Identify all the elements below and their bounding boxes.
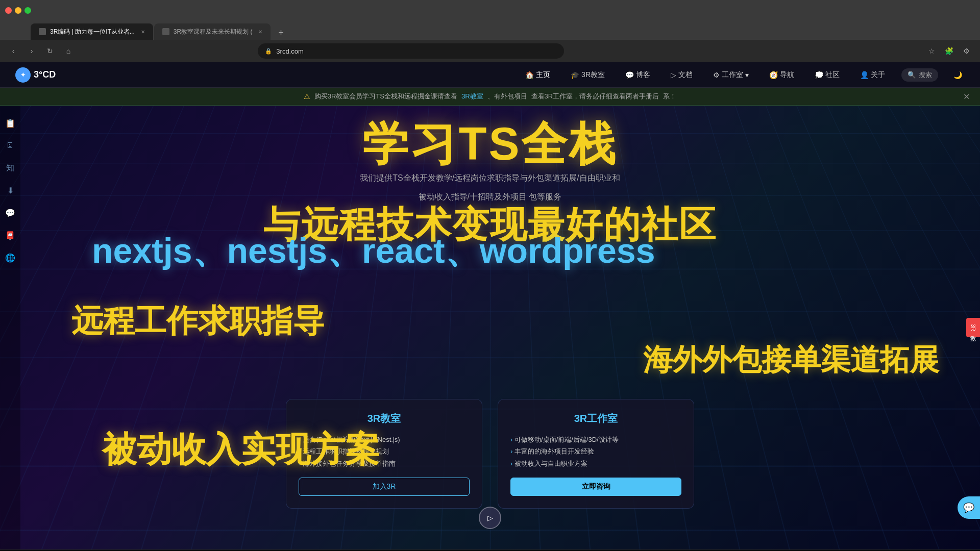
notification-banner: ⚠ 购买3R教室会员学习TS全栈和远程掘金课请查看 3R教室 、有外包项目 查看… bbox=[0, 88, 980, 106]
docs-icon: ▷ bbox=[671, 71, 676, 79]
studio-feature-2: 丰富的的海外项目开发经验 bbox=[510, 445, 681, 457]
notification-text3: 系！ bbox=[663, 92, 676, 101]
play-icon: ▷ bbox=[487, 514, 493, 522]
sidebar-icon-chat[interactable]: 💬 bbox=[3, 206, 17, 220]
site-navigation: ✦ 3°CD 🏠 主页 🎓 3R教室 💬 博客 ▷ 文档 ⚙ 工作室 ▾ 🧭 导… bbox=[0, 62, 980, 88]
nav-studio[interactable]: ⚙ 工作室 ▾ bbox=[709, 68, 753, 82]
studio-card-title: 3R工作室 bbox=[510, 412, 681, 425]
tabs-bar: 3R编码 | 助力每一位IT从业者... ✕ 3R教室课程及未来长期规划 ( ✕… bbox=[0, 20, 980, 40]
logo-text: 3°CD bbox=[34, 69, 56, 80]
consult-studio-button[interactable]: 立即咨询 bbox=[510, 478, 681, 496]
overlay-passive: 被动收入实现方案 bbox=[102, 427, 380, 473]
nav-about[interactable]: 👤 关于 bbox=[856, 68, 889, 82]
tab-active[interactable]: 3R编码 | 助力每一位IT从业者... ✕ bbox=[31, 23, 153, 40]
classroom-card-title: 3R教室 bbox=[299, 412, 470, 425]
nav-guide[interactable]: 🧭 导航 bbox=[765, 68, 798, 82]
about-icon: 👤 bbox=[860, 71, 869, 79]
float-classroom-button[interactable]: 3R教室 bbox=[966, 318, 980, 337]
search-bar[interactable]: 🔍 搜索 bbox=[901, 68, 938, 82]
hero-title-main: 学习TS全栈 bbox=[362, 121, 617, 167]
overlay-remote-work: 远程工作求职指导 bbox=[71, 299, 325, 342]
guide-icon: 🧭 bbox=[769, 71, 778, 79]
warning-icon: ⚠ bbox=[304, 92, 310, 101]
extensions-icon[interactable]: 🧩 bbox=[942, 44, 957, 58]
back-button[interactable]: ‹ bbox=[6, 44, 20, 58]
chat-icon: 💬 bbox=[963, 502, 974, 513]
overlay-overseas: 海外外包接单渠道拓展 bbox=[643, 340, 939, 380]
bookmark-icon[interactable]: ☆ bbox=[925, 44, 939, 58]
studio-feature-1: 可做移动/桌面/前端/后端/3D/设计等 bbox=[510, 434, 681, 445]
search-icon: 🔍 bbox=[908, 71, 916, 79]
settings-icon[interactable]: ⚙ bbox=[960, 44, 974, 58]
tab-label-1: 3R编码 | 助力每一位IT从业者... bbox=[50, 28, 135, 36]
title-bar bbox=[0, 0, 980, 20]
toolbar-right: ☆ 🧩 ⚙ bbox=[925, 44, 974, 58]
notification-text: 购买3R教室会员学习TS全栈和远程掘金课请查看 bbox=[314, 92, 457, 101]
new-tab-button[interactable]: + bbox=[274, 26, 288, 40]
main-content: 📋 🗓 知 ⬇ 💬 📮 🌐 学习TS全栈 我们提供TS全栈开发教学/远程岗位求职… bbox=[0, 106, 980, 549]
tab-inactive[interactable]: 3R教室课程及未来长期规划 ( ✕ bbox=[154, 23, 271, 40]
notification-close-button[interactable]: ✕ bbox=[963, 92, 970, 102]
url-text: 3rcd.com bbox=[276, 47, 303, 55]
tab-close-1[interactable]: ✕ bbox=[141, 29, 145, 35]
left-sidebar: 📋 🗓 知 ⬇ 💬 📮 🌐 bbox=[0, 106, 20, 549]
sidebar-icon-mail[interactable]: 📮 bbox=[3, 228, 17, 242]
join-classroom-button[interactable]: 加入3R bbox=[299, 478, 470, 496]
home-button[interactable]: ⌂ bbox=[61, 44, 76, 58]
studio-card: 3R工作室 可做移动/桌面/前端/后端/3D/设计等 丰富的的海外项目开发经验 … bbox=[498, 399, 694, 509]
refresh-button[interactable]: ↻ bbox=[43, 44, 57, 58]
notification-text-mid: 查看3R工作室，请务必仔细查看两者手册后 bbox=[531, 92, 659, 101]
overlay-tech-stack: nextjs、nestjs、react、wordpress bbox=[92, 228, 655, 274]
sidebar-icon-download[interactable]: ⬇ bbox=[3, 183, 17, 197]
sidebar-icon-knowledge[interactable]: 知 bbox=[3, 161, 17, 175]
address-bar: ‹ › ↻ ⌂ 🔒 3rcd.com ☆ 🧩 ⚙ bbox=[0, 40, 980, 62]
nav-classroom[interactable]: 🎓 3R教室 bbox=[567, 68, 609, 82]
studio-icon: ⚙ bbox=[713, 71, 720, 79]
nav-community[interactable]: 💭 社区 bbox=[811, 68, 844, 82]
community-icon: 💭 bbox=[815, 71, 823, 79]
notification-text2: 、有外包项目 bbox=[487, 92, 527, 101]
blog-icon: 💬 bbox=[625, 71, 634, 79]
studio-feature-3: 被动收入与自由职业方案 bbox=[510, 458, 681, 469]
play-button[interactable]: ▷ bbox=[479, 507, 501, 529]
tab-close-2[interactable]: ✕ bbox=[258, 29, 262, 35]
nav-links: 🏠 主页 🎓 3R教室 💬 博客 ▷ 文档 ⚙ 工作室 ▾ 🧭 导航 💭 社区 bbox=[521, 68, 965, 82]
forward-button[interactable]: › bbox=[24, 44, 39, 58]
tab-favicon-2 bbox=[162, 28, 169, 35]
minimize-window-button[interactable] bbox=[15, 7, 21, 14]
maximize-window-button[interactable] bbox=[24, 7, 31, 14]
hero-subtitle2: 被动收入指导/十招聘及外项目 包等服务 bbox=[419, 192, 562, 203]
tab-label-2: 3R教室课程及未来长期规划 ( bbox=[174, 28, 253, 36]
lock-icon: 🔒 bbox=[265, 48, 272, 55]
studio-features: 可做移动/桌面/前端/后端/3D/设计等 丰富的的海外项目开发经验 被动收入与自… bbox=[510, 434, 681, 469]
home-icon: 🏠 bbox=[525, 71, 534, 79]
close-window-button[interactable] bbox=[5, 7, 12, 14]
sidebar-icon-2[interactable]: 🗓 bbox=[3, 138, 17, 153]
theme-toggle-button[interactable]: 🌙 bbox=[950, 68, 965, 82]
site-logo[interactable]: ✦ 3°CD bbox=[15, 67, 56, 83]
nav-docs[interactable]: ▷ 文档 bbox=[667, 68, 697, 82]
logo-icon: ✦ bbox=[15, 67, 31, 83]
sidebar-icon-1[interactable]: 📋 bbox=[3, 116, 17, 130]
chat-float-button[interactable]: 💬 bbox=[958, 496, 980, 519]
sidebar-icon-globe[interactable]: 🌐 bbox=[3, 251, 17, 265]
hero-subtitle: 我们提供TS全栈开发教学/远程岗位求职指导与外包渠道拓展/自由职业和 bbox=[360, 173, 620, 184]
nav-blog[interactable]: 💬 博客 bbox=[621, 68, 654, 82]
url-bar[interactable]: 🔒 3rcd.com bbox=[258, 43, 564, 59]
nav-home[interactable]: 🏠 主页 bbox=[521, 68, 554, 82]
traffic-lights bbox=[5, 7, 31, 14]
tab-favicon-1 bbox=[39, 28, 46, 35]
classroom-icon: 🎓 bbox=[571, 71, 579, 79]
notification-link-classroom[interactable]: 3R教室 bbox=[461, 92, 483, 101]
